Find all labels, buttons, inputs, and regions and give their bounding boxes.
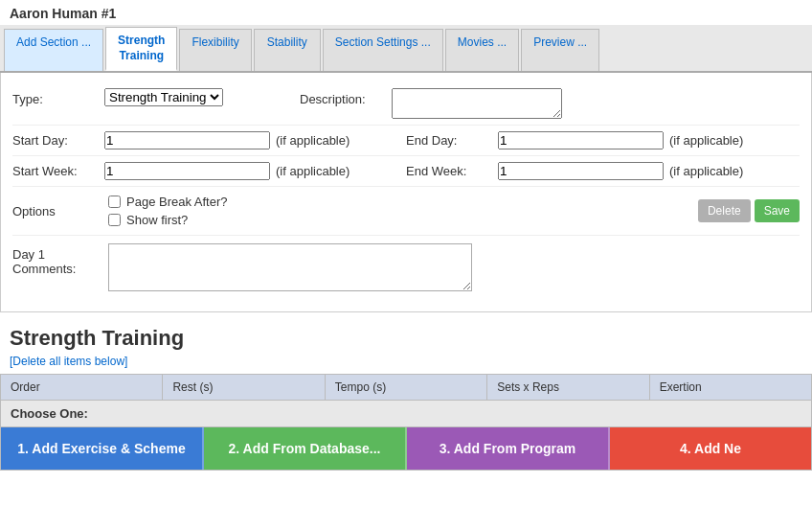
options-row: Options Page Break After? Show first? De… — [12, 187, 800, 236]
col-exertion: Exertion — [650, 375, 811, 400]
comments-field — [108, 243, 472, 294]
type-col: Type: Strength Training Flexibility Stab… — [12, 88, 300, 119]
end-day-col: End Day: (if applicable) — [406, 131, 800, 150]
add-program-button[interactable]: 3. Add From Program — [407, 427, 610, 470]
tab-preview[interactable]: Preview ... — [521, 29, 599, 71]
desc-col: Description: — [300, 88, 800, 119]
col-rest: Rest (s) — [163, 375, 325, 400]
type-desc-row: Type: Strength Training Flexibility Stab… — [12, 82, 800, 126]
tab-movies[interactable]: Movies ... — [445, 29, 519, 71]
comments-label: Day 1 Comments: — [12, 243, 108, 276]
col-tempo: Tempo (s) — [326, 375, 487, 400]
show-first-checkbox[interactable] — [108, 214, 121, 226]
end-day-label: End Day: — [406, 133, 492, 148]
end-week-input[interactable] — [498, 162, 664, 180]
delete-all-link[interactable]: [Delete all items below] — [0, 355, 812, 374]
form-area: Type: Strength Training Flexibility Stab… — [0, 73, 812, 312]
end-day-input[interactable] — [498, 131, 664, 150]
col-order: Order — [1, 375, 163, 400]
add-database-button[interactable]: 2. Add From Database... — [204, 427, 407, 470]
delete-button[interactable]: Delete — [698, 199, 751, 222]
start-day-input[interactable] — [104, 131, 270, 150]
start-week-label: Start Week: — [12, 164, 99, 178]
start-day-hint: (if applicable) — [276, 133, 350, 148]
save-button[interactable]: Save — [755, 199, 800, 222]
col-sets-reps: Sets x Reps — [487, 375, 649, 400]
page-title: Aaron Human #1 — [0, 0, 812, 25]
tab-strength-training[interactable]: StrengthTraining — [105, 27, 177, 71]
options-buttons: Delete Save — [698, 199, 800, 222]
start-day-col: Start Day: (if applicable) — [12, 131, 406, 150]
tab-bar: Add Section ... StrengthTraining Flexibi… — [0, 25, 812, 73]
start-week-hint: (if applicable) — [276, 164, 350, 178]
options-fields: Page Break After? Show first? — [108, 195, 698, 227]
start-week-input[interactable] — [104, 162, 270, 180]
description-textarea[interactable] — [392, 88, 562, 119]
start-end-day-row: Start Day: (if applicable) End Day: (if … — [12, 126, 800, 156]
end-week-label: End Week: — [406, 164, 492, 178]
tab-flexibility[interactable]: Flexibility — [179, 29, 251, 71]
show-first-label: Show first? — [126, 213, 188, 227]
start-day-label: Start Day: — [12, 133, 99, 148]
choose-one-label: Choose One: — [11, 406, 88, 421]
end-day-hint: (if applicable) — [669, 133, 743, 148]
tab-section-settings[interactable]: Section Settings ... — [323, 29, 443, 71]
description-label: Description: — [300, 88, 386, 106]
options-label: Options — [12, 204, 108, 218]
tab-stability[interactable]: Stability — [254, 29, 321, 71]
end-week-col: End Week: (if applicable) — [406, 162, 800, 180]
choose-one-bar: Choose One: — [0, 400, 812, 427]
start-end-week-row: Start Week: (if applicable) End Week: (i… — [12, 156, 800, 187]
type-select[interactable]: Strength Training Flexibility Stability … — [104, 88, 223, 106]
add-exercise-button[interactable]: 1. Add Exercise & Scheme — [1, 427, 204, 470]
end-week-hint: (if applicable) — [669, 164, 743, 178]
page-break-row: Page Break After? — [108, 195, 698, 209]
page-break-label: Page Break After? — [126, 195, 228, 209]
page-break-checkbox[interactable] — [108, 196, 121, 208]
add-buttons-row: 1. Add Exercise & Scheme 2. Add From Dat… — [0, 427, 812, 471]
tab-add-section[interactable]: Add Section ... — [4, 29, 103, 71]
show-first-row: Show first? — [108, 213, 698, 227]
comments-row: Day 1 Comments: — [12, 236, 800, 302]
type-label: Type: — [12, 88, 99, 106]
section-heading: Strength Training — [0, 312, 812, 355]
start-week-col: Start Week: (if applicable) — [12, 162, 406, 180]
add-new-button[interactable]: 4. Add Ne — [610, 427, 811, 470]
comments-textarea[interactable] — [108, 243, 472, 291]
table-header: Order Rest (s) Tempo (s) Sets x Reps Exe… — [0, 374, 812, 400]
